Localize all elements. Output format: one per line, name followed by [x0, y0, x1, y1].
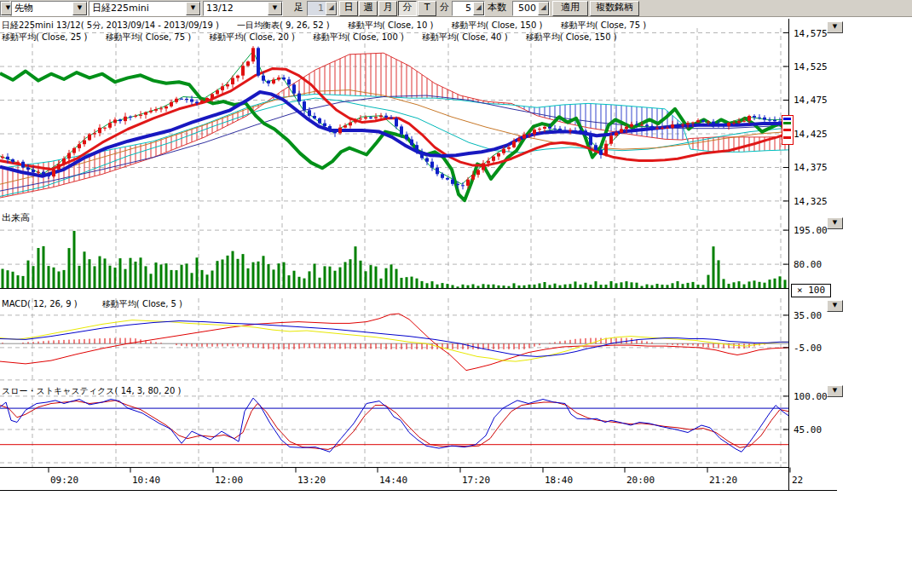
macd-axis-label: 35.00: [794, 310, 822, 321]
toolbar: ▼ 先物 ▼ 日経225mini ▼ 13/12 ▼ 足 1 ◢ 日 週 月 分…: [0, 0, 912, 17]
volume-axis-label: 195.00: [794, 225, 828, 236]
volume-bars: [0, 231, 788, 289]
apply-button[interactable]: 適用: [552, 1, 588, 16]
macd-scale-button[interactable]: ▼: [827, 300, 843, 312]
period-minute-button[interactable]: 分: [398, 1, 417, 16]
symbol-combo[interactable]: 日経225mini ▼: [89, 1, 201, 16]
volume-panel-label: 出来高: [2, 211, 30, 224]
time-axis-label: 10:40: [132, 475, 160, 486]
price-axis-label: 14,575: [794, 28, 828, 39]
chart-canvas[interactable]: [0, 0, 912, 588]
multi-symbol-button[interactable]: 複数銘柄: [590, 1, 639, 16]
time-axis-label: 12:00: [215, 475, 243, 486]
minute-stepper[interactable]: 5 ◢: [452, 1, 485, 16]
time-axis-label: 22: [792, 475, 803, 486]
legend-item: 一目均衡表( 9, 26, 52 ): [237, 20, 330, 32]
time-axis-label: 17:20: [462, 475, 490, 486]
time-axis-label: 14:40: [379, 475, 407, 486]
macd-panel-label: MACD( 12, 26, 9 ) 移動平均( Close, 5 ): [2, 298, 198, 310]
legend-item: 移動平均( Close, 20 ): [209, 32, 294, 43]
category-combo-value: 先物: [12, 2, 72, 15]
period-week-button[interactable]: 週: [359, 1, 378, 16]
bar-count-stepper[interactable]: 500 ◢: [512, 1, 550, 16]
price-axis-label: 14,475: [794, 95, 828, 106]
macd-ma-params: 移動平均( Close, 5 ): [102, 298, 182, 310]
time-axis-label: 09:20: [50, 475, 78, 486]
price-axis-label: 14,325: [794, 196, 828, 207]
legend-item: 移動平均( Close, 40 ): [422, 32, 507, 43]
category-combo[interactable]: 先物 ▼: [11, 1, 88, 16]
marker-blue: [783, 118, 791, 120]
chevron-down-icon[interactable]: ▼: [268, 2, 282, 15]
left-clipped-combo[interactable]: ▼: [0, 1, 10, 16]
stochastics-plot: [0, 398, 788, 452]
legend-item: 移動平均( Close, 10 ): [348, 20, 433, 32]
indicator-legend-line2: 移動平均( Close, 25 ) 移動平均( Close, 75 ) 移動平均…: [2, 32, 632, 43]
volume-scale-button[interactable]: ▼: [827, 217, 843, 229]
period-day-button[interactable]: 日: [339, 1, 358, 16]
macd-plot: [0, 314, 788, 371]
volume-axis-label: 80.00: [794, 259, 822, 270]
minute-label: 分: [440, 1, 449, 14]
time-axis-label: 20:00: [626, 475, 655, 486]
bar-interval-stepper[interactable]: 1 ◢: [307, 1, 338, 16]
contract-combo-value: 13/12: [204, 2, 268, 15]
marker-red: [783, 129, 791, 131]
bar-count-value: 500: [513, 2, 538, 15]
period-tick-button[interactable]: T: [418, 1, 436, 16]
marker-green: [783, 122, 791, 124]
bar-count-label: 本数: [488, 1, 506, 14]
chart-application: ▼ 先物 ▼ 日経225mini ▼ 13/12 ▼ 足 1 ◢ 日 週 月 分…: [0, 0, 912, 588]
legend-item: 移動平均( Close, 150 ): [452, 20, 543, 32]
moving-average-lines: [0, 51, 788, 200]
current-price-marker: [782, 115, 794, 145]
spinner-icon[interactable]: ◢: [326, 2, 337, 15]
bar-interval-value: 1: [308, 2, 326, 15]
contract-month-combo[interactable]: 13/12 ▼: [203, 1, 283, 16]
indicator-legend-line1: 日経225mini 13/12( 5分, 2013/09/14 - 2013/0…: [2, 20, 661, 32]
legend-item: 移動平均( Close, 25 ): [2, 32, 87, 43]
stoch-scale-button[interactable]: ▼: [827, 385, 843, 397]
stoch-axis-label: 45.00: [794, 424, 822, 435]
price-axis-label: 14,425: [794, 129, 828, 140]
chart-area[interactable]: 日経225mini 13/12( 5分, 2013/09/14 - 2013/0…: [0, 0, 912, 588]
time-axis-label: 13:20: [297, 475, 326, 486]
spinner-icon[interactable]: ◢: [538, 2, 549, 15]
price-scale-button[interactable]: ▼: [827, 21, 843, 33]
bar-type-label: 足: [294, 1, 303, 14]
time-axis-label: 21:20: [709, 475, 737, 486]
period-month-button[interactable]: 月: [378, 1, 397, 16]
volume-multiplier-badge: × 100: [791, 284, 831, 297]
marker-red2: [783, 136, 791, 139]
minute-value: 5: [453, 2, 473, 15]
legend-item: 日経225mini 13/12( 5分, 2013/09/14 - 2013/0…: [2, 20, 219, 32]
stochastics-panel-label: スロー・ストキャスティクス( 14, 3, 80, 20 ): [2, 385, 181, 397]
legend-item: 移動平均( Close, 150 ): [526, 32, 617, 43]
stoch-axis-label: 100.00: [794, 391, 828, 402]
legend-item: 移動平均( Close, 75 ): [106, 32, 191, 43]
symbol-combo-value: 日経225mini: [89, 2, 186, 15]
macd-axis-label: -5.00: [794, 343, 822, 354]
price-axis-label: 14,525: [794, 61, 828, 72]
spinner-icon[interactable]: ◢: [473, 2, 484, 15]
axis-lines: [0, 19, 837, 491]
price-axis-label: 14,375: [794, 162, 828, 173]
chevron-down-icon[interactable]: ▼: [186, 2, 200, 15]
macd-params: MACD( 12, 26, 9 ): [2, 299, 78, 308]
chevron-down-icon[interactable]: ▼: [72, 2, 87, 15]
time-axis-label: 18:40: [545, 475, 573, 486]
legend-item: 移動平均( Close, 75 ): [561, 20, 646, 32]
legend-item: 移動平均( Close, 100 ): [313, 32, 404, 43]
